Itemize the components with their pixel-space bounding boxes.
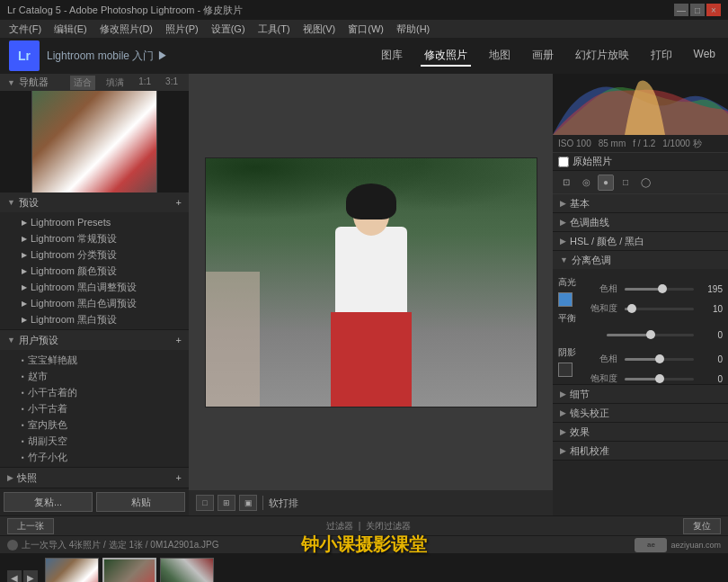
preset-item-color[interactable]: ▶ Lightroom 颜色预设 xyxy=(0,263,189,279)
preset-triangle-classify: ▶ xyxy=(22,251,27,259)
lens-correction-header[interactable]: ▶ 镜头校正 xyxy=(553,404,728,422)
user-preset-1[interactable]: ▪ 宝宝鲜艳靓 xyxy=(0,352,189,368)
navigator-collapse-arrow[interactable]: ▼ xyxy=(7,78,15,87)
filmstrip-prev-arrow[interactable]: ◀ xyxy=(7,570,22,582)
nav-slideshow[interactable]: 幻灯片放映 xyxy=(572,46,633,67)
menu-tools[interactable]: 工具(T) xyxy=(253,21,296,38)
nav-library[interactable]: 图库 xyxy=(377,46,406,67)
top-nav-left: Lr Lightroom mobile 入门 ▶ xyxy=(9,40,168,71)
preset-item-lr[interactable]: ▶ Lightroom Presets xyxy=(0,214,189,230)
shadows-hue-track[interactable] xyxy=(625,358,694,361)
highlights-hue-track[interactable] xyxy=(625,288,694,291)
menu-edit[interactable]: 编辑(E) xyxy=(49,21,93,38)
filmstrip-thumb-1[interactable] xyxy=(45,558,99,582)
close-filter-label[interactable]: 关闭过滤器 xyxy=(366,520,411,533)
menu-help[interactable]: 帮助(H) xyxy=(391,21,435,38)
balance-thumb[interactable] xyxy=(646,330,655,339)
maximize-button[interactable]: □ xyxy=(690,4,705,16)
bottom-center-filters: 过滤器 | 关闭过滤器 xyxy=(326,520,412,533)
highlights-hue-thumb[interactable] xyxy=(658,284,667,293)
window-controls[interactable]: — □ × xyxy=(674,4,721,16)
paste-btn[interactable]: 粘贴 xyxy=(96,492,185,512)
original-photo-label: 原始照片 xyxy=(573,155,612,168)
user-preset-1-label: 宝宝鲜艳靓 xyxy=(28,354,77,367)
menu-photo[interactable]: 照片(P) xyxy=(160,21,204,38)
histogram-svg xyxy=(553,74,728,135)
view-compare-btn[interactable]: ▣ xyxy=(239,495,257,511)
hsl-section-header[interactable]: ▶ HSL / 颜色 / 黑白 xyxy=(553,232,728,250)
effects-header[interactable]: ▶ 效果 xyxy=(553,423,728,441)
prev-photo-button[interactable]: 上一张 xyxy=(7,518,54,534)
filmstrip-nav: ◀ ▶ xyxy=(7,570,38,582)
preset-item-bw[interactable]: ▶ Lightroom 黑白预设 xyxy=(0,311,189,327)
menu-view[interactable]: 视图(V) xyxy=(297,21,342,38)
snapshots-header[interactable]: ▶ 快照 + xyxy=(0,468,189,488)
nav-book[interactable]: 画册 xyxy=(528,46,557,67)
nav-develop[interactable]: 修改照片 xyxy=(421,46,471,67)
nav-web[interactable]: Web xyxy=(690,46,719,67)
preset-item-bw-color[interactable]: ▶ Lightroom 黑白色调预设 xyxy=(0,295,189,311)
user-preset-2[interactable]: ▪ 赵市 xyxy=(0,368,189,384)
view-grid-btn[interactable]: ⊞ xyxy=(218,495,235,511)
basic-section-header[interactable]: ▶ 基本 xyxy=(553,194,728,212)
menu-bar: 文件(F) 编辑(E) 修改照片(D) 照片(P) 设置(G) 工具(T) 视图… xyxy=(0,20,728,38)
split-toning-header[interactable]: ▼ 分离色调 xyxy=(553,251,728,269)
copy-paste-btn[interactable]: 复粘... xyxy=(4,492,93,512)
nav-map[interactable]: 地图 xyxy=(485,46,514,67)
presets-add-icon[interactable]: + xyxy=(176,197,182,208)
menu-settings[interactable]: 设置(G) xyxy=(206,21,251,38)
minimize-button[interactable]: — xyxy=(674,4,688,16)
detail-header[interactable]: ▶ 细节 xyxy=(553,385,728,403)
highlights-sat-track[interactable] xyxy=(625,308,694,310)
user-preset-6[interactable]: ▪ 胡副天空 xyxy=(0,433,189,449)
user-preset-4[interactable]: ▪ 小干古着 xyxy=(0,400,189,416)
menu-file[interactable]: 文件(F) xyxy=(4,21,47,38)
filmstrip-thumb-3[interactable] xyxy=(160,558,214,582)
snapshots-add-icon[interactable]: + xyxy=(176,472,182,483)
mode-3-1[interactable]: 3:1 xyxy=(162,76,182,90)
shadows-color-box[interactable] xyxy=(558,363,573,377)
preset-item-general[interactable]: ▶ Lightroom 常规预设 xyxy=(0,230,189,246)
radial-filter-icon[interactable]: ◯ xyxy=(637,175,653,191)
menu-window[interactable]: 窗口(W) xyxy=(342,21,389,38)
user-presets-arrow: ▼ xyxy=(7,336,15,345)
highlights-color-box[interactable] xyxy=(558,292,573,307)
up-tri-6: ▪ xyxy=(22,437,24,445)
user-presets-header[interactable]: ▼ 用户预设 + xyxy=(0,330,189,350)
preset-item-classify[interactable]: ▶ Lightroom 分类预设 xyxy=(0,246,189,263)
filter-label: 过滤器 xyxy=(326,520,353,533)
highlights-sat-thumb[interactable] xyxy=(627,304,636,313)
view-single-btn[interactable]: □ xyxy=(196,495,214,511)
navigator-header: ▼ 导航器 适合 填满 1:1 3:1 xyxy=(0,74,189,91)
user-preset-3[interactable]: ▪ 小干古着的 xyxy=(0,384,189,400)
shadows-sat-track[interactable] xyxy=(625,378,694,381)
preset-item-bw-tone[interactable]: ▶ Lightroom 黑白调整预设 xyxy=(0,279,189,295)
balance-track[interactable] xyxy=(607,334,694,336)
grad-filter-icon[interactable]: □ xyxy=(617,175,634,191)
spot-removal-icon[interactable]: ◎ xyxy=(578,175,594,191)
camera-calibration-header[interactable]: ▶ 相机校准 xyxy=(553,442,728,460)
original-photo-checkbox[interactable] xyxy=(558,157,569,167)
presets-section-header[interactable]: ▼ 预设 + xyxy=(0,193,189,212)
filmstrip-thumb-2[interactable] xyxy=(102,558,156,582)
red-eye-icon[interactable]: ● xyxy=(598,175,614,191)
user-preset-5[interactable]: ▪ 室内肤色 xyxy=(0,416,189,433)
menu-develop[interactable]: 修改照片(D) xyxy=(94,21,158,38)
mode-fit[interactable]: 适合 xyxy=(70,76,95,90)
nav-print[interactable]: 打印 xyxy=(647,46,676,67)
reset-button[interactable]: 复位 xyxy=(683,518,721,534)
filmstrip-next-arrow[interactable]: ▶ xyxy=(23,570,38,582)
tone-curve-header[interactable]: ▶ 色调曲线 xyxy=(553,213,728,231)
shadows-hue-value: 0 xyxy=(697,354,723,364)
mode-1-1[interactable]: 1:1 xyxy=(135,76,155,90)
tone-curve-header-left: ▶ 色调曲线 xyxy=(560,216,609,229)
mode-fill[interactable]: 填满 xyxy=(102,76,128,90)
user-preset-7[interactable]: ▪ 竹子小化 xyxy=(0,449,189,465)
shadows-sat-thumb[interactable] xyxy=(655,374,664,383)
hsl-arrow: ▶ xyxy=(560,237,566,246)
shadows-hue-thumb[interactable] xyxy=(655,354,664,363)
close-button[interactable]: × xyxy=(706,4,721,16)
app-title: Lr Catalog 5 - Adobe Photoshop Lightroom… xyxy=(7,4,243,17)
crop-tool-icon[interactable]: ⊡ xyxy=(558,175,574,191)
user-presets-add-icon[interactable]: + xyxy=(176,335,182,345)
